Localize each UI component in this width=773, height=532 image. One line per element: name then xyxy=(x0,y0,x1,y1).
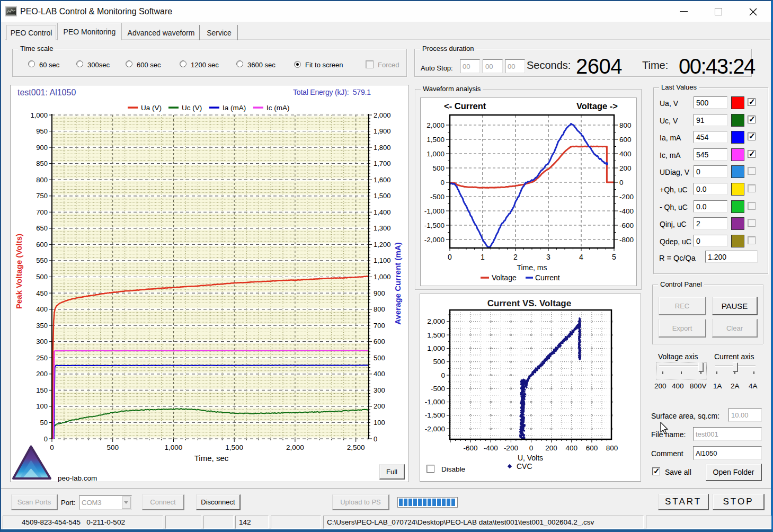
svg-text:1,700: 1,700 xyxy=(374,159,391,167)
svg-text:Ic (mA): Ic (mA) xyxy=(266,104,290,112)
svg-text:1,800: 1,800 xyxy=(374,144,391,152)
svg-text:800: 800 xyxy=(36,176,48,184)
svg-text:0: 0 xyxy=(44,435,48,443)
svg-text:1,000: 1,000 xyxy=(427,150,445,158)
svg-text:500: 500 xyxy=(433,358,445,366)
svg-text:Time, sec: Time, sec xyxy=(194,454,229,463)
svg-text:Time, ms: Time, ms xyxy=(517,263,547,272)
svg-text:400: 400 xyxy=(566,444,578,452)
svg-text:peo-lab.com: peo-lab.com xyxy=(58,474,97,482)
svg-text:650: 650 xyxy=(36,224,48,232)
svg-text:600: 600 xyxy=(374,338,385,345)
svg-text:2,000: 2,000 xyxy=(427,317,445,325)
svg-text:400: 400 xyxy=(36,305,48,313)
svg-text:-1,500: -1,500 xyxy=(424,221,445,229)
svg-text:0: 0 xyxy=(441,371,445,379)
svg-text:900: 900 xyxy=(36,144,48,152)
svg-text:250: 250 xyxy=(36,354,48,362)
svg-text:200: 200 xyxy=(36,370,48,378)
svg-text:5: 5 xyxy=(612,253,616,261)
svg-text:Voltage ->: Voltage -> xyxy=(576,101,618,111)
svg-text:-2,000: -2,000 xyxy=(424,236,445,244)
svg-text:-400: -400 xyxy=(484,444,498,452)
svg-text:800: 800 xyxy=(374,305,385,313)
svg-text:600: 600 xyxy=(36,241,48,249)
svg-text:test001: Al1050: test001: Al1050 xyxy=(17,88,76,97)
svg-text:Total Energy (kJ): 579.1: Total Energy (kJ): 579.1 xyxy=(293,88,371,96)
svg-text:400: 400 xyxy=(374,370,385,378)
svg-text:Ua (V): Ua (V) xyxy=(141,104,162,112)
svg-text:300: 300 xyxy=(36,338,48,345)
svg-text:1,500: 1,500 xyxy=(427,331,445,339)
svg-text:1,900: 1,900 xyxy=(374,127,391,135)
svg-text:850: 850 xyxy=(36,159,48,167)
svg-text:-400: -400 xyxy=(619,207,634,215)
svg-text:Peak Voltage (Volts): Peak Voltage (Volts) xyxy=(14,234,23,309)
svg-text:1,500: 1,500 xyxy=(225,444,243,451)
svg-text:Voltage: Voltage xyxy=(492,273,517,282)
svg-text:-200: -200 xyxy=(504,444,518,452)
svg-text:Ia (mA): Ia (mA) xyxy=(223,104,246,112)
svg-text:3: 3 xyxy=(546,253,550,261)
svg-text:900: 900 xyxy=(374,289,385,297)
svg-text:0: 0 xyxy=(619,179,624,187)
svg-text:500: 500 xyxy=(374,354,385,362)
svg-text:1,100: 1,100 xyxy=(374,256,391,264)
svg-text:2,500: 2,500 xyxy=(347,444,365,451)
svg-text:<- Current: <- Current xyxy=(444,101,486,111)
svg-text:0: 0 xyxy=(440,179,445,187)
svg-text:400: 400 xyxy=(619,150,632,158)
svg-text:-800: -800 xyxy=(619,236,634,244)
svg-text:150: 150 xyxy=(36,386,48,394)
svg-text:Current VS. Voltage: Current VS. Voltage xyxy=(487,298,571,308)
svg-text:450: 450 xyxy=(36,289,48,297)
svg-text:-1,000: -1,000 xyxy=(425,398,445,406)
svg-text:1,000: 1,000 xyxy=(427,344,445,352)
svg-text:700: 700 xyxy=(374,322,385,330)
svg-text:0: 0 xyxy=(529,444,534,452)
svg-text:-500: -500 xyxy=(431,385,445,393)
svg-text:100: 100 xyxy=(374,419,385,427)
svg-text:500: 500 xyxy=(36,273,48,281)
svg-text:950: 950 xyxy=(36,127,48,135)
svg-text:-2,000: -2,000 xyxy=(425,425,445,433)
svg-text:2: 2 xyxy=(513,253,518,261)
svg-text:-500: -500 xyxy=(430,193,445,201)
svg-text:500: 500 xyxy=(432,164,445,172)
svg-text:200: 200 xyxy=(545,444,557,452)
svg-text:0: 0 xyxy=(448,253,452,261)
svg-text:1,600: 1,600 xyxy=(374,176,391,184)
svg-text:1,500: 1,500 xyxy=(427,136,445,144)
svg-text:750: 750 xyxy=(36,192,48,200)
svg-text:600: 600 xyxy=(586,444,598,452)
svg-text:800: 800 xyxy=(619,121,632,129)
svg-text:4: 4 xyxy=(579,253,583,261)
svg-text:Average Current (mA): Average Current (mA) xyxy=(393,242,402,324)
svg-text:U, Volts: U, Volts xyxy=(518,454,543,462)
svg-text:-600: -600 xyxy=(619,221,634,229)
svg-text:0: 0 xyxy=(374,435,377,443)
svg-text:2,000: 2,000 xyxy=(427,121,445,129)
svg-text:0: 0 xyxy=(50,444,54,451)
svg-text:-1,000: -1,000 xyxy=(424,207,445,215)
svg-text:1,000: 1,000 xyxy=(374,273,391,281)
svg-text:800: 800 xyxy=(606,444,618,452)
svg-text:-1,500: -1,500 xyxy=(425,411,445,419)
svg-text:Current: Current xyxy=(535,273,560,282)
svg-text:700: 700 xyxy=(36,208,48,216)
svg-text:1,300: 1,300 xyxy=(374,224,391,232)
svg-text:CVC: CVC xyxy=(517,462,532,471)
svg-text:-200: -200 xyxy=(619,193,634,201)
svg-text:1: 1 xyxy=(481,253,485,261)
svg-text:1,400: 1,400 xyxy=(374,208,391,216)
svg-text:1,500: 1,500 xyxy=(374,192,391,200)
svg-text:1,000: 1,000 xyxy=(30,111,48,119)
svg-text:200: 200 xyxy=(619,164,632,172)
svg-text:550: 550 xyxy=(36,256,48,264)
svg-text:500: 500 xyxy=(106,444,119,451)
svg-text:300: 300 xyxy=(374,386,385,394)
svg-text:50: 50 xyxy=(40,419,48,427)
svg-text:1,000: 1,000 xyxy=(165,444,183,451)
svg-text:200: 200 xyxy=(374,402,385,410)
svg-text:1,200: 1,200 xyxy=(374,241,391,249)
